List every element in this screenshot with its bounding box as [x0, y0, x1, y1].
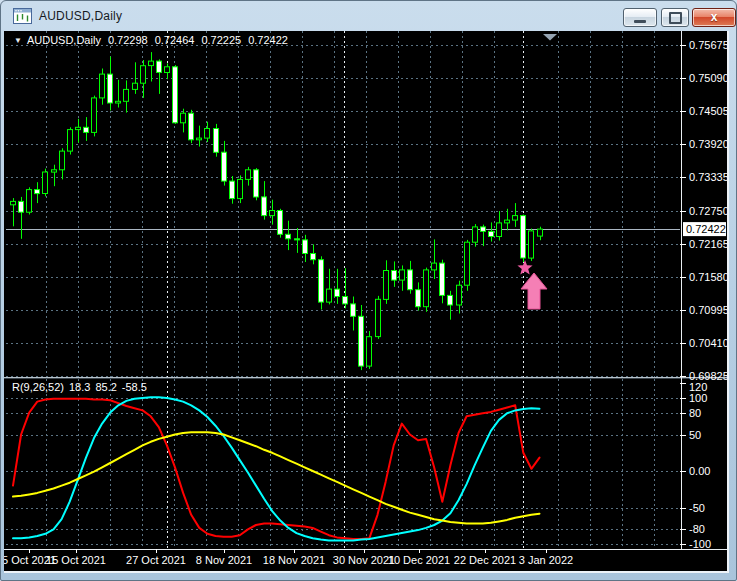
star-annotation[interactable] [517, 260, 532, 275]
candle [133, 83, 138, 89]
time-axis-label: 3 Jan 2022 [519, 554, 573, 566]
close-icon: x [711, 9, 718, 26]
candle [60, 151, 65, 170]
candle [116, 101, 121, 103]
indicator-axis-label: -50 [689, 502, 705, 514]
chart-client-area[interactable]: 0.756750.750900.745050.739200.733350.727… [4, 31, 729, 573]
candle [367, 337, 372, 366]
candle [35, 190, 40, 194]
indicator-axis-label: 100 [689, 392, 707, 404]
chart-window-icon [13, 8, 32, 24]
candle [278, 211, 283, 235]
price-chart-canvas[interactable]: 0.756750.750900.745050.739200.733350.727… [4, 31, 727, 571]
indicator-name: R(9,26,52) [12, 381, 64, 393]
candle [408, 270, 413, 290]
candle [92, 98, 97, 132]
close-button[interactable]: x [692, 8, 736, 27]
candle [214, 129, 219, 153]
candle [457, 285, 462, 305]
indicator-axis[interactable]: 12010080500.00-50-80-100 [680, 381, 711, 550]
minimize-button[interactable] [623, 8, 657, 27]
window-title: AUDUSD,Daily [39, 9, 122, 23]
time-axis-label: 22 Dec 2021 [454, 554, 516, 566]
time-axis-label: 8 Nov 2021 [196, 554, 252, 566]
candle [303, 240, 308, 254]
info-open: 0.72298 [108, 34, 148, 46]
candle [448, 295, 453, 305]
info-close: 0.72422 [248, 34, 288, 46]
chart-window: AUDUSD,Daily x 0.756750.750900.745050.73… [0, 0, 737, 581]
price-axis-label: 0.75090 [689, 72, 727, 84]
indicator-label: R(9,26,52)18.385.2-58.5 [12, 381, 147, 393]
indicator-line-yellow [13, 432, 540, 523]
candle [351, 304, 356, 316]
price-axis-label: 0.72750 [689, 205, 727, 217]
candle [311, 254, 316, 260]
candle [513, 216, 518, 221]
candle [392, 271, 397, 281]
price-axis-label: 0.70410 [689, 337, 727, 349]
candle [149, 61, 154, 66]
indicator-axis-label: -100 [689, 538, 711, 550]
indicator-value-3: -58.5 [122, 381, 147, 393]
candle [473, 227, 478, 242]
candle [335, 289, 340, 296]
candle [521, 216, 526, 258]
indicator-value-2: 85.2 [95, 381, 116, 393]
time-axis[interactable]: 5 Oct 202115 Oct 202127 Oct 20218 Nov 20… [4, 549, 573, 566]
candle [424, 270, 429, 307]
info-high: 0.72464 [155, 34, 195, 46]
indicator-axis-label: 50 [689, 429, 701, 441]
candle [270, 211, 275, 216]
indicator-lines [13, 397, 540, 540]
candle [68, 130, 73, 152]
candle [489, 231, 494, 236]
annotations[interactable] [517, 260, 547, 309]
candle [295, 239, 300, 240]
price-axis-label: 0.71580 [689, 271, 727, 283]
candle [124, 89, 129, 101]
candle [43, 172, 48, 194]
info-low: 0.72225 [201, 34, 241, 46]
restore-button[interactable] [661, 8, 689, 27]
restore-icon [669, 12, 682, 24]
candle [319, 260, 324, 302]
candle [181, 113, 186, 123]
buy-arrow-annotation[interactable] [521, 273, 547, 309]
candle [497, 223, 502, 237]
candle [400, 270, 405, 280]
candle [416, 290, 421, 307]
ohlc-info-line: ▼AUDUSD,Daily0.722980.724640.722250.7242… [14, 34, 288, 46]
indicator-axis-label: 80 [689, 407, 701, 419]
candle [197, 138, 202, 140]
price-axis-label: 0.72165 [689, 238, 727, 250]
minimize-icon [634, 20, 646, 23]
candle [205, 129, 210, 139]
indicator-line-cyan [13, 397, 540, 540]
candle [108, 74, 113, 103]
candle [173, 67, 178, 123]
candle [238, 179, 243, 198]
symbol-dropdown-icon[interactable]: ▼ [14, 36, 22, 45]
price-axis-label: 0.73920 [689, 138, 727, 150]
candle [19, 201, 24, 212]
candle [440, 263, 445, 295]
price-axis-label: 0.75675 [689, 39, 727, 51]
price-axis[interactable]: 0.756750.750900.745050.739200.733350.727… [680, 39, 727, 382]
indicator-line-red [13, 399, 540, 539]
candle [246, 170, 251, 180]
price-axis-label: 0.74505 [689, 105, 727, 117]
current-price-tag-value: 0.72422 [686, 223, 726, 235]
indicator-axis-label: -80 [689, 523, 705, 535]
candle [11, 201, 16, 204]
candle [254, 170, 259, 197]
candle [286, 234, 291, 239]
chart-shift-marker[interactable] [543, 34, 557, 41]
candle [432, 263, 437, 270]
time-axis-label: 30 Nov 2021 [333, 554, 395, 566]
info-symbol: AUDUSD,Daily [27, 34, 101, 46]
candle [52, 170, 57, 172]
time-axis-label: 27 Oct 2021 [126, 554, 186, 566]
grid-horizontal [6, 46, 680, 545]
candle [538, 229, 543, 236]
